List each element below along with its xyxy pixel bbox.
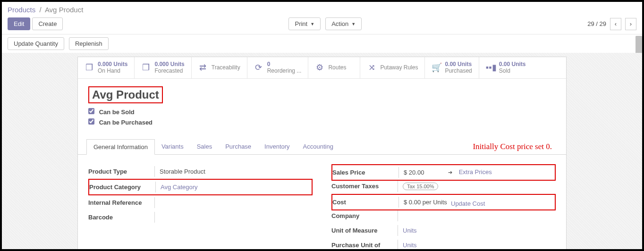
extra-prices-link[interactable]: Extra Prices xyxy=(459,168,492,176)
print-dropdown[interactable]: Print ▼ xyxy=(288,17,321,30)
field-value-link[interactable]: Avg Category xyxy=(155,182,312,192)
field-value-link[interactable]: Units xyxy=(398,240,556,249)
can-be-sold-checkbox[interactable] xyxy=(88,108,94,114)
field-cost: Cost $ 0.00 per Units xyxy=(332,195,555,209)
field-puom: Purchase Unit of Measure Units xyxy=(331,238,556,249)
stat-value: 0 xyxy=(267,61,302,67)
content-area: ❒ 0.000 Units On Hand ❒ 0.000 Units Fore… xyxy=(2,53,642,249)
cart-icon: 🛒 xyxy=(432,62,441,73)
tab-accounting[interactable]: Accounting xyxy=(297,139,340,154)
field-label: Company xyxy=(331,210,398,221)
field-product-category: Product Category Avg Category xyxy=(88,179,313,195)
field-barcode: Barcode xyxy=(88,210,313,225)
stat-value: 0.000 Units xyxy=(154,61,184,67)
field-label: Purchase Unit of Measure xyxy=(331,240,398,249)
can-be-purchased-checkbox[interactable] xyxy=(88,118,94,125)
field-label: Sales Price xyxy=(332,167,398,178)
tab-purchase[interactable]: Purchase xyxy=(219,139,258,154)
field-product-type: Product Type Storable Product xyxy=(88,164,313,179)
field-value xyxy=(154,197,313,208)
field-label: Internal Reference xyxy=(88,197,154,208)
stat-forecasted[interactable]: ❒ 0.000 Units Forecasted xyxy=(135,57,191,78)
field-label: Barcode xyxy=(88,212,154,223)
cubes-icon: ❒ xyxy=(85,62,94,73)
breadcrumb: Products / Avg Product xyxy=(2,2,642,16)
arrow-right-icon: ➔ xyxy=(448,169,452,175)
print-label: Print xyxy=(295,20,307,27)
field-value xyxy=(154,212,313,223)
action-dropdown[interactable]: Action ▼ xyxy=(325,17,362,30)
caret-down-icon: ▼ xyxy=(351,22,356,26)
cogs-icon: ⚙ xyxy=(315,62,324,73)
can-be-sold-label: Can be Sold xyxy=(99,109,135,116)
can-be-purchased-label: Can be Purchased xyxy=(99,119,153,126)
field-customer-taxes: Customer Taxes Tax 15.00% xyxy=(331,179,556,194)
update-cost-link[interactable]: Update Cost xyxy=(451,200,485,207)
sales-price-value: $ 20.00 xyxy=(404,169,424,176)
breadcrumb-sep: / xyxy=(39,6,41,14)
field-value-link[interactable]: Units xyxy=(398,225,556,236)
stat-label: Routes xyxy=(328,64,346,71)
field-uom: Unit of Measure Units xyxy=(331,223,556,238)
stat-traceability[interactable]: ⇄ Traceability xyxy=(192,57,247,78)
edit-button[interactable]: Edit xyxy=(8,17,30,30)
stat-reordering[interactable]: ⟳ 0 Reordering ... xyxy=(247,57,309,78)
field-label: Customer Taxes xyxy=(331,181,398,192)
field-label: Cost xyxy=(332,197,398,208)
stat-label: Traceability xyxy=(212,64,240,71)
title-area: Avg Product Can be Sold Can be Purchased xyxy=(78,79,566,133)
right-column: Sales Price $ 20.00 ➔ Extra Prices Custo… xyxy=(331,164,556,249)
stat-value: 0.000 Units xyxy=(98,61,127,67)
field-value: Tax 15.00% xyxy=(398,181,556,192)
stat-routes[interactable]: ⚙ Routes xyxy=(308,57,360,78)
exchange-icon: ⇄ xyxy=(198,62,208,73)
breadcrumb-root[interactable]: Products xyxy=(8,6,35,14)
stat-label: Reordering ... xyxy=(267,67,302,74)
stat-sold[interactable]: ▪▪▮ 0.00 Units Sold xyxy=(479,57,533,78)
product-title: Avg Product xyxy=(88,86,163,103)
field-label: Product Type xyxy=(88,166,154,177)
stat-label: Putaway Rules xyxy=(380,64,418,71)
cost-unit: per Units xyxy=(423,199,447,206)
tabs: General Information Variants Sales Purch… xyxy=(78,139,566,155)
replenish-button[interactable]: Replenish xyxy=(69,37,109,50)
action-label: Action xyxy=(331,20,348,27)
tab-inventory[interactable]: Inventory xyxy=(258,139,296,154)
stat-on-hand[interactable]: ❒ 0.000 Units On Hand xyxy=(78,57,135,78)
tab-general-information[interactable]: General Information xyxy=(86,139,155,155)
can-be-sold-check[interactable]: Can be Sold xyxy=(88,108,556,116)
field-value xyxy=(398,210,556,221)
field-internal-reference: Internal Reference xyxy=(88,195,313,210)
random-icon: ⤨ xyxy=(367,62,376,73)
pager-text: 29 / 29 xyxy=(587,20,606,27)
stat-label: Purchased xyxy=(445,67,472,74)
stat-row: ❒ 0.000 Units On Hand ❒ 0.000 Units Fore… xyxy=(78,57,566,79)
form-sheet: ❒ 0.000 Units On Hand ❒ 0.000 Units Fore… xyxy=(77,57,567,249)
pager-next-button[interactable]: › xyxy=(625,18,636,30)
stat-putaway[interactable]: ⤨ Putaway Rules xyxy=(360,57,425,78)
stat-label: On Hand xyxy=(98,67,127,74)
field-label: Unit of Measure xyxy=(331,225,398,236)
stat-purchased[interactable]: 🛒 0.00 Units Purchased xyxy=(425,57,479,78)
breadcrumb-current: Avg Product xyxy=(45,6,83,14)
left-column: Product Type Storable Product Product Ca… xyxy=(88,164,313,249)
create-button[interactable]: Create xyxy=(32,17,63,30)
pager-prev-button[interactable]: ‹ xyxy=(610,18,621,30)
secondary-bar: Update Quantity Replenish xyxy=(2,34,642,53)
tab-variants[interactable]: Variants xyxy=(155,139,190,154)
update-quantity-button[interactable]: Update Quantity xyxy=(8,37,64,50)
tab-sales[interactable]: Sales xyxy=(190,139,219,154)
cost-value: $ 0.00 xyxy=(404,199,421,206)
pager: 29 / 29 ‹ › xyxy=(587,18,636,30)
can-be-purchased-check[interactable]: Can be Purchased xyxy=(88,118,556,126)
stat-label: Sold xyxy=(499,67,526,74)
control-bar: Edit Create Print ▼ Action ▼ 29 / 29 ‹ › xyxy=(2,16,642,34)
tax-pill[interactable]: Tax 15.00% xyxy=(403,183,438,190)
stat-value: 0.00 Units xyxy=(499,61,526,67)
stat-label: Forecasted xyxy=(154,67,184,74)
form-body: Product Type Storable Product Product Ca… xyxy=(78,155,566,249)
cubes-icon: ❒ xyxy=(141,62,151,73)
annotation-text: Initially Cost price set 0. xyxy=(473,142,552,151)
field-label: Product Category xyxy=(89,182,155,192)
field-sales-price: Sales Price $ 20.00 xyxy=(332,165,555,180)
